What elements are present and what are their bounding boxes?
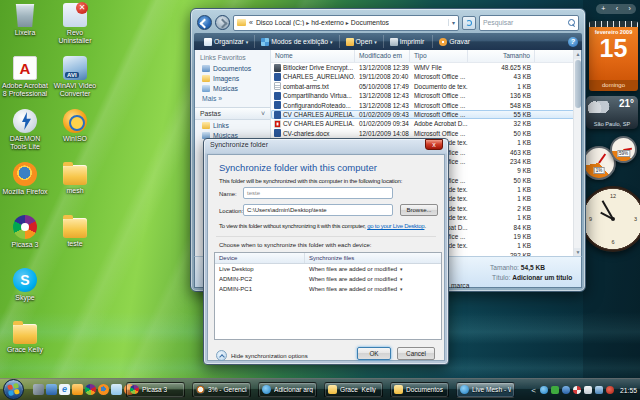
ok-button[interactable]: OK	[357, 347, 391, 360]
toolbar-button[interactable]: Gravar	[432, 35, 478, 48]
file-row[interactable]: Bitlocker Drive Encrypt... 13/12/2008 12…	[271, 63, 581, 72]
device-row[interactable]: ADMIN-PC1 When files are added or modifi…	[215, 284, 441, 294]
quick-launch-icon[interactable]	[98, 384, 109, 395]
start-button[interactable]	[3, 379, 24, 400]
taskbar-button[interactable]: Documentos	[390, 382, 449, 398]
taskbar-button[interactable]: Grace_Kelly	[324, 382, 383, 398]
desktop-icon[interactable]: Picasa 3	[1, 215, 49, 268]
tray-icon[interactable]	[551, 386, 559, 394]
cpu-meter-gadget[interactable]: 1% 59%	[582, 136, 640, 186]
desktop-icon[interactable]: Adobe Acrobat 8 Professional	[1, 56, 49, 109]
file-row[interactable]: CHARLES_AURELIANO... 19/11/2008 20:40 Mi…	[271, 72, 581, 81]
file-row[interactable]: Compartilhando Virtua... 13/12/2008 12:4…	[271, 91, 581, 100]
forward-button[interactable]	[215, 15, 230, 30]
tray-icon[interactable]	[606, 386, 614, 394]
desktop-icon[interactable]: WinISO	[51, 109, 99, 162]
location-field[interactable]: C:\Users\admin\Desktop\teste	[243, 204, 393, 216]
file-row[interactable]: CV CHARLES AURELIA... 01/02/2009 09:34 A…	[271, 119, 581, 128]
file-row[interactable]: combat-arms.txt 05/10/2008 17:49 Documen…	[271, 82, 581, 91]
back-button[interactable]	[197, 15, 212, 30]
folder-tree-item[interactable]: Links	[195, 120, 270, 130]
favorite-link[interactable]: Documentos	[195, 63, 270, 73]
taskbar-button[interactable]: 3% - Gerenciad...	[192, 382, 251, 398]
address-bar[interactable]: « Disco Local (C:)hd-externoDocumentos	[233, 15, 459, 31]
breadcrumb-segment[interactable]: hd-externo	[311, 19, 349, 26]
tray-icon[interactable]	[595, 386, 603, 394]
favorite-link[interactable]: Imagens	[195, 73, 270, 83]
help-icon[interactable]: ?	[568, 37, 578, 47]
weather-gadget[interactable]: 21° São Paulo, SP	[586, 96, 638, 129]
next-page-icon[interactable]: ›	[628, 4, 630, 14]
taskbar-clock[interactable]: 21:55	[620, 387, 637, 394]
taskbar-button[interactable]: Picasa 3	[126, 382, 185, 398]
vertical-scrollbar[interactable]: ▲ ▼	[573, 50, 581, 257]
quick-launch-icon[interactable]	[111, 384, 122, 395]
toolbar-button[interactable]: Organizar ▾	[198, 35, 254, 48]
file-row[interactable]: CV CHARLES AURELIA... 01/02/2009 09:43 M…	[271, 110, 581, 119]
scroll-up-icon[interactable]: ▲	[574, 50, 582, 59]
quick-launch-icon[interactable]	[59, 384, 70, 395]
desktop-icon[interactable]: Lixeira	[1, 3, 49, 56]
address-history-dropdown-icon[interactable]	[448, 19, 455, 26]
title-value[interactable]: Adicionar um título	[512, 274, 572, 281]
tray-icon[interactable]	[562, 386, 570, 394]
breadcrumb-segment[interactable]: Disco Local (C:)	[256, 19, 309, 26]
tray-icon[interactable]	[540, 386, 548, 394]
prev-page-icon[interactable]: ‹	[616, 4, 618, 14]
search-icon[interactable]	[568, 19, 575, 26]
refresh-button[interactable]	[462, 16, 476, 30]
sync-column-header[interactable]: Synchronize files	[305, 253, 441, 263]
search-box[interactable]: Pesquisar	[479, 15, 579, 31]
desktop-icon[interactable]: Revo Uninstaller	[51, 3, 99, 56]
quick-launch-icon[interactable]	[72, 384, 83, 395]
calendar-gadget[interactable]: fevereiro 2009 15 domingo	[589, 21, 638, 91]
breadcrumb-collapse-icon[interactable]: «	[249, 19, 253, 26]
desktop-icon[interactable]: teste	[51, 215, 99, 268]
quick-launch-icon[interactable]	[33, 384, 44, 395]
breadcrumb-segment[interactable]: Documentos	[351, 19, 389, 26]
scrollbar-thumb[interactable]	[575, 60, 581, 108]
desktop-icon[interactable]: mesh	[51, 162, 99, 215]
sync-setting-dropdown[interactable]: When files are added or modified	[305, 264, 441, 274]
device-column-header[interactable]: Device	[215, 253, 305, 263]
sync-setting-dropdown[interactable]: When files are added or modified	[305, 284, 441, 294]
desktop-icon[interactable]: WinAVI Video Converter	[51, 56, 99, 109]
desktop-icon[interactable]: Skype	[1, 268, 49, 321]
quick-launch-icon[interactable]	[85, 384, 96, 395]
favorite-link[interactable]: Músicas	[195, 83, 270, 93]
desktop-icon[interactable]: Grace Kelly	[1, 321, 49, 374]
device-row[interactable]: Live Desktop When files are added or mod…	[215, 264, 441, 274]
cancel-button[interactable]: Cancel	[397, 347, 435, 360]
quick-launch-icon[interactable]	[46, 384, 57, 395]
desktop-icon[interactable]: DAEMON Tools Lite	[1, 109, 49, 162]
browse-button[interactable]: Browse...	[400, 204, 438, 216]
file-row[interactable]: ConfigurandoRoteado... 13/12/2008 12:43 …	[271, 101, 581, 110]
clock-gadget[interactable]: 12 3 6 9	[580, 186, 640, 252]
toolbar-button[interactable]: Open ▾	[339, 35, 383, 48]
dropdown-arrow-icon: ▾	[374, 39, 377, 45]
column-header-name[interactable]: Nome	[271, 50, 355, 62]
file-row[interactable]: CV-charles.docx 12/01/2009 14:08 Microso…	[271, 129, 581, 138]
sync-setting-dropdown[interactable]: When files are added or modified	[305, 274, 441, 284]
toolbar-button[interactable]: Imprimir	[383, 35, 433, 48]
desktop-icon[interactable]: Mozilla Firefox	[1, 162, 49, 215]
column-header-type[interactable]: Tipo	[410, 50, 468, 62]
live-desktop-link[interactable]: go to your Live Desktop	[367, 223, 424, 229]
gadget-controls[interactable]: + ‹ ›	[596, 4, 636, 14]
close-button[interactable]: x	[425, 139, 443, 150]
column-header-modified[interactable]: Modificado em	[355, 50, 410, 62]
device-row[interactable]: ADMIN-PC2 When files are added or modifi…	[215, 274, 441, 284]
folders-bar[interactable]: Pastas	[195, 107, 270, 120]
taskbar-button[interactable]: Adicionar arqu...	[258, 382, 317, 398]
more-links[interactable]: Mais »	[195, 93, 270, 104]
taskbar-button[interactable]: Live Mesh - Win...	[456, 382, 515, 398]
column-header-size[interactable]: Tamanho	[468, 50, 535, 62]
tray-icon[interactable]	[573, 386, 581, 394]
name-field[interactable]: teste	[243, 187, 393, 199]
taskbar-buttons: Picasa 3 3% - Gerenciad... Adicionar arq…	[126, 382, 515, 398]
tray-expand-icon[interactable]: <	[531, 386, 536, 395]
tray-icon[interactable]	[584, 386, 592, 394]
toolbar-button[interactable]: Modos de exibição ▾	[254, 35, 338, 48]
hide-options-toggle[interactable]: Hide synchronization options	[216, 350, 308, 361]
add-gadget-icon[interactable]: +	[601, 4, 605, 14]
